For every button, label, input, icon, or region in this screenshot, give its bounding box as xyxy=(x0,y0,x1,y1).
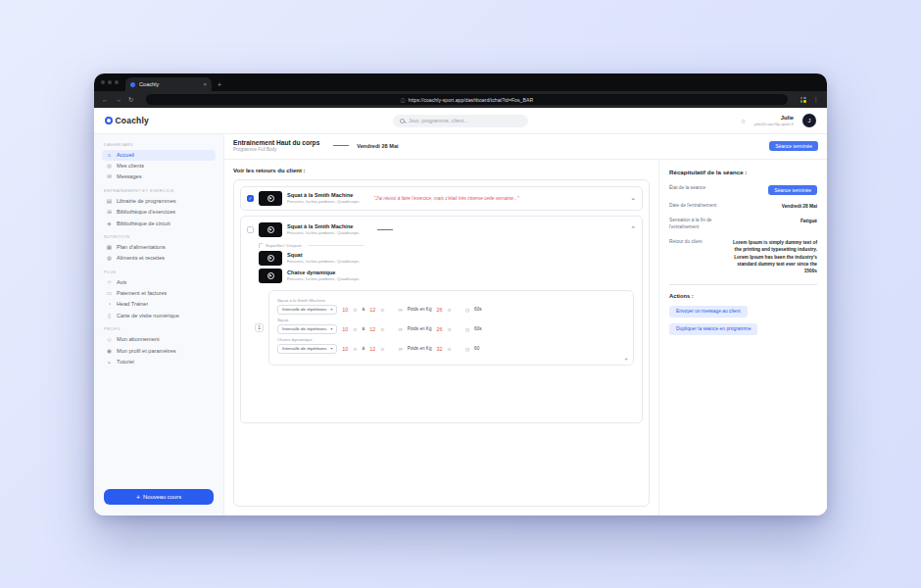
url-field[interactable]: ⓘ https://coachly-sport.app/dashboard/tc… xyxy=(146,94,787,105)
sidebar-item-mes-clients[interactable]: ◎ Mes clients xyxy=(102,161,216,172)
rep-mode-select[interactable]: Intervalle de répétitions ▾ xyxy=(277,344,337,354)
sidebar-item-plan-alimentations[interactable]: ▦ Plan d'alimentations xyxy=(102,242,216,253)
send-message-button[interactable]: Envoyer un message au client xyxy=(669,306,748,318)
rep-mode-select[interactable]: Intervalle de répétitions ▾ xyxy=(277,305,337,315)
rep-mode-label: Intervalle de répétitions xyxy=(282,307,326,312)
browser-tab[interactable]: Coachly × xyxy=(125,77,212,91)
video-thumbnail[interactable]: ▶ xyxy=(259,269,282,283)
sidebar-item-label: Mon abonnement xyxy=(117,336,160,342)
messages-icon: ✉ xyxy=(106,173,113,179)
sidebar-item-avis[interactable]: ☆ Avis xyxy=(102,277,216,288)
duplicate-session-button[interactable]: Dupliquer la séance en programme xyxy=(669,323,757,335)
site-info-icon[interactable]: ⓘ xyxy=(401,97,406,103)
rep-min-value[interactable]: 10 xyxy=(342,307,348,313)
video-thumbnail[interactable]: ▶ xyxy=(259,191,282,206)
set-number-badge: 1 xyxy=(255,323,264,332)
sub-exercise[interactable]: ▶ Squat Fessiers, Ischio-jambiers, Quadr… xyxy=(259,251,636,266)
recap-value: Vendredi 28 Mai xyxy=(782,203,817,210)
url-text: https://coachly-sport.app/dashboard/tcha… xyxy=(409,97,533,103)
link-icon: ∞ xyxy=(398,346,402,352)
reload-icon[interactable]: ↻ xyxy=(128,96,133,104)
coachly-logo[interactable]: Coachly xyxy=(105,116,149,125)
new-course-button[interactable]: + Nouveau cours xyxy=(104,489,214,505)
sidebar-item-mon-abonnement[interactable]: ◇ Mon abonnement xyxy=(102,334,216,345)
exercise-checkbox[interactable]: ✓ xyxy=(247,195,254,202)
sub-exercise[interactable]: ▶ Chaise dynamique Fessiers, Ischio-jamb… xyxy=(259,269,636,283)
rep-max-value[interactable]: 12 xyxy=(369,307,375,313)
chevron-up-icon[interactable]: ⌃ xyxy=(630,225,636,233)
weight-value[interactable]: 32 xyxy=(436,346,442,352)
sidebar-item-profil-parametres[interactable]: ◉ Mon profil et paramètres xyxy=(102,345,216,356)
back-icon[interactable]: ← xyxy=(102,96,109,103)
new-tab-button[interactable]: + xyxy=(218,81,221,91)
sidebar-item-label: Librairie de programmes xyxy=(117,198,176,204)
tab-close-icon[interactable]: × xyxy=(203,81,207,87)
search-input[interactable] xyxy=(409,118,521,123)
sidebar-item-label: Messages xyxy=(117,173,142,179)
sidebar-item-paiement-factures[interactable]: ▭ Paiement et factures xyxy=(102,288,216,299)
rest-value[interactable]: 60s xyxy=(474,307,482,312)
rep-max-value[interactable]: 12 xyxy=(369,346,375,352)
param-row: Intervalle de répétitions ▾ 10 ⊘ à 12 ⊘ xyxy=(277,344,625,354)
expanded-row-header[interactable]: ▶ Squat à la Smith Machine Fessiers, Isc… xyxy=(247,220,636,241)
weight-label: Poids en Kg xyxy=(408,346,432,351)
notification-icon[interactable]: ○ xyxy=(741,118,745,124)
extensions-grid-icon[interactable] xyxy=(800,97,806,103)
sidebar-item-accueil[interactable]: ⌂ Accueil xyxy=(102,150,216,161)
recap-client-feedback: Lorem Ipsum is simply dummy text of the … xyxy=(729,239,817,275)
sidebar-item-head-trainer[interactable]: ◔ Head Trainer xyxy=(102,299,216,310)
exercise-row-collapsed[interactable]: ✓ ▶ Squat à la Smith Machine Fessiers, I… xyxy=(240,186,643,211)
browser-menu-icon[interactable]: ⋮ xyxy=(813,96,820,104)
sidebar-section-nutrition: NUTRITION xyxy=(104,234,214,239)
weight-label: Poids en Kg xyxy=(408,326,432,331)
weight-value[interactable]: 26 xyxy=(436,326,442,332)
sidebar-section-profil: PROFIL xyxy=(104,326,214,331)
rep-min-value[interactable]: 10 xyxy=(342,326,348,332)
main-column: Voir les retours du client : ✓ ▶ Squat à… xyxy=(224,160,658,515)
circle-slash-icon: ⊘ xyxy=(380,326,384,332)
sidebar-item-label: Avis xyxy=(117,279,126,285)
forward-icon[interactable]: → xyxy=(116,96,122,103)
sidebar-item-aliments-recettes[interactable]: ◍ Aliments et recettes xyxy=(102,253,216,264)
avatar[interactable]: J xyxy=(802,114,816,127)
exercise-title: Squat à la Smith Machine xyxy=(287,223,359,230)
add-set-icon[interactable]: + xyxy=(624,356,628,363)
circle-slash-icon: ⊘ xyxy=(447,346,451,352)
superset-label-row: SuperSet / Dropset xyxy=(259,243,636,248)
window-controls[interactable] xyxy=(101,74,119,91)
sidebar-item-carte-visite[interactable]: ▯ Carte de visite numérique xyxy=(102,310,216,320)
chevron-down-icon[interactable]: ⌄ xyxy=(630,194,636,202)
dropdown-arrow-icon: ▾ xyxy=(330,307,332,312)
sidebar-item-messages[interactable]: ✉ Messages xyxy=(102,172,216,182)
rep-min-value[interactable]: 10 xyxy=(342,346,348,352)
session-date: Vendredi 28 Mai xyxy=(357,143,398,149)
tab-favicon-icon xyxy=(130,82,135,87)
sidebar-item-librairie-programmes[interactable]: ▤ Librairie de programmes xyxy=(102,196,216,207)
new-course-label: Nouveau cours xyxy=(143,494,181,500)
global-search[interactable] xyxy=(393,115,528,127)
header-right: ○ Julie julie@coachly-sport.fr J xyxy=(741,114,816,127)
video-thumbnail[interactable]: ▶ xyxy=(259,222,282,237)
exercise-checkbox[interactable] xyxy=(247,226,254,233)
rest-value[interactable]: 60 xyxy=(474,346,479,351)
app-header: Coachly ○ Julie julie@coachly-sport.fr J xyxy=(94,108,827,134)
weight-value[interactable]: 26 xyxy=(436,307,442,313)
rep-max-value[interactable]: 12 xyxy=(369,326,375,332)
user-info: Julie julie@coachly-sport.fr xyxy=(754,115,794,126)
exercise-info: Squat à la Smith Machine Fessiers, Ischi… xyxy=(287,192,359,205)
sidebar-item-bibliotheque-circuit[interactable]: ◈ Bibliothèque de circuit xyxy=(102,218,216,228)
video-thumbnail[interactable]: ▶ xyxy=(259,251,282,266)
logo-icon xyxy=(105,117,113,124)
desktop-background: Coachly × + ← → ↻ ⓘ https://coachly-spor… xyxy=(0,0,921,588)
help-icon: ◒ xyxy=(106,359,113,365)
sidebar-item-tutoriel[interactable]: ◒ Tutoriel xyxy=(102,356,216,367)
session-subtitle: Programme Full Body xyxy=(233,147,319,153)
param-row: Intervalle de répétitions ▾ 10 ⊘ à 12 ⊘ xyxy=(277,324,625,334)
rep-mode-select[interactable]: Intervalle de répétitions ▾ xyxy=(277,324,337,334)
sidebar-item-label: Tutoriel xyxy=(117,359,134,365)
star-icon: ☆ xyxy=(106,279,113,285)
actions-heading: Actions : xyxy=(669,293,817,299)
rep-mode-label: Intervalle de répétitions xyxy=(282,346,326,351)
sidebar-item-bibliotheque-exercices[interactable]: ⊞ Bibliothèque d'exercices xyxy=(102,207,216,218)
rest-value[interactable]: 60s xyxy=(474,326,482,331)
